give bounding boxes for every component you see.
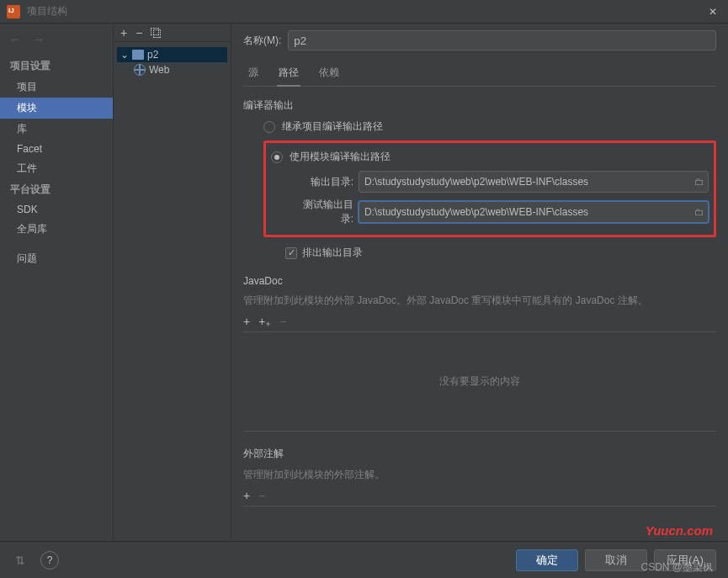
exclude-output-row[interactable]: 排出输出目录: [285, 246, 716, 260]
browse-output-icon[interactable]: 🗀: [691, 176, 708, 188]
sidebar-item-modules[interactable]: 模块: [0, 98, 113, 119]
output-dir-input[interactable]: [359, 176, 691, 188]
javadoc-remove-icon[interactable]: −: [279, 315, 286, 328]
output-dir-label: 输出目录:: [293, 175, 353, 189]
ext-remove-icon[interactable]: −: [258, 489, 265, 502]
watermark-csdn: CSDN @墨染枫: [640, 560, 713, 575]
module-tabs: 源 路径 依赖: [243, 62, 716, 87]
tree-add-icon[interactable]: +: [120, 26, 127, 40]
javadoc-empty: 没有要显示的内容: [243, 332, 716, 432]
tree-copy-icon[interactable]: ⿻: [151, 26, 162, 40]
tree-module-label: p2: [147, 49, 158, 61]
sidebar-item-libraries[interactable]: 库: [0, 119, 113, 140]
tree-module-node[interactable]: ⌄ p2: [117, 47, 227, 62]
annotation-highlight: 使用模块编译输出路径 输出目录: 🗀 测试输出目录: 🗀: [263, 141, 716, 237]
tree-facet-label: Web: [149, 64, 169, 76]
tree-facet-node[interactable]: Web: [117, 62, 227, 77]
sidebar-item-project[interactable]: 项目: [0, 77, 113, 98]
javadoc-add-icon[interactable]: +: [243, 315, 250, 328]
radio-inherit-label: 继承项目编译输出路径: [282, 119, 383, 134]
sidebar-header-project: 项目设置: [0, 56, 113, 77]
cancel-button[interactable]: 取消: [585, 549, 647, 571]
watermark-yuucn: Yuucn.com: [646, 523, 713, 538]
tab-dependencies[interactable]: 依赖: [317, 62, 341, 86]
radio-inherit[interactable]: [263, 121, 275, 133]
javadoc-title: JavaDoc: [243, 275, 716, 287]
help-icon[interactable]: ?: [40, 551, 59, 570]
test-output-dir-label: 测试输出目录:: [293, 198, 353, 226]
module-name-input[interactable]: [288, 30, 716, 50]
test-output-dir-input[interactable]: [359, 206, 691, 218]
sidebar-item-sdk[interactable]: SDK: [0, 200, 113, 219]
tab-paths[interactable]: 路径: [277, 62, 300, 87]
settings-sidebar: ← → 项目设置 项目 模块 库 Facet 工件 平台设置 SDK 全局库 问…: [0, 24, 114, 540]
compiler-output-label: 编译器输出: [243, 98, 716, 113]
ext-annotations-desc: 管理附加到此模块的外部注解。: [243, 468, 716, 482]
web-facet-icon: [134, 64, 146, 76]
ok-button[interactable]: 确定: [516, 549, 578, 571]
module-folder-icon: [132, 50, 144, 60]
output-dir-field[interactable]: 🗀: [359, 171, 709, 193]
dialog-footer: ⇅ ? 确定 取消 应用(A): [0, 541, 728, 578]
app-icon: [7, 5, 20, 19]
chevron-down-icon[interactable]: ⌄: [120, 49, 129, 61]
tab-sources[interactable]: 源: [247, 62, 260, 86]
radio-inherit-row[interactable]: 继承项目编译输出路径: [263, 119, 716, 134]
radio-module-label: 使用模块编译输出路径: [290, 150, 391, 164]
browse-test-output-icon[interactable]: 🗀: [691, 206, 708, 218]
sidebar-item-problems[interactable]: 问题: [0, 248, 113, 269]
radio-module[interactable]: [271, 151, 283, 163]
main-panel: 名称(M): 源 路径 依赖 编译器输出 继承项目编译输出路径 使用模块编译输出…: [231, 24, 728, 540]
ext-add-icon[interactable]: +: [243, 489, 250, 502]
nav-back-icon[interactable]: ←: [8, 32, 22, 47]
footer-hint-icon: ⇅: [15, 554, 25, 567]
sidebar-item-facets[interactable]: Facet: [0, 140, 113, 158]
exclude-output-checkbox[interactable]: [285, 247, 297, 259]
radio-module-row[interactable]: 使用模块编译输出路径: [271, 150, 709, 164]
module-name-label: 名称(M):: [243, 34, 281, 48]
sidebar-item-global-libs[interactable]: 全局库: [0, 219, 113, 240]
tree-remove-icon[interactable]: −: [136, 26, 142, 40]
module-tree-panel: + − ⿻ ⌄ p2 Web: [114, 24, 231, 540]
sidebar-header-platform: 平台设置: [0, 179, 113, 200]
exclude-output-label: 排出输出目录: [302, 246, 363, 260]
nav-forward-icon[interactable]: →: [32, 32, 45, 47]
test-output-dir-field[interactable]: 🗀: [359, 201, 709, 223]
javadoc-add-url-icon[interactable]: +₊: [258, 315, 271, 328]
javadoc-desc: 管理附加到此模块的外部 JavaDoc。外部 JavaDoc 重写模块中可能具有…: [243, 294, 716, 308]
sidebar-item-artifacts[interactable]: 工件: [0, 158, 113, 179]
close-icon[interactable]: ✕: [704, 6, 721, 18]
window-title: 项目结构: [27, 4, 704, 19]
ext-annotations-title: 外部注解: [243, 447, 716, 461]
